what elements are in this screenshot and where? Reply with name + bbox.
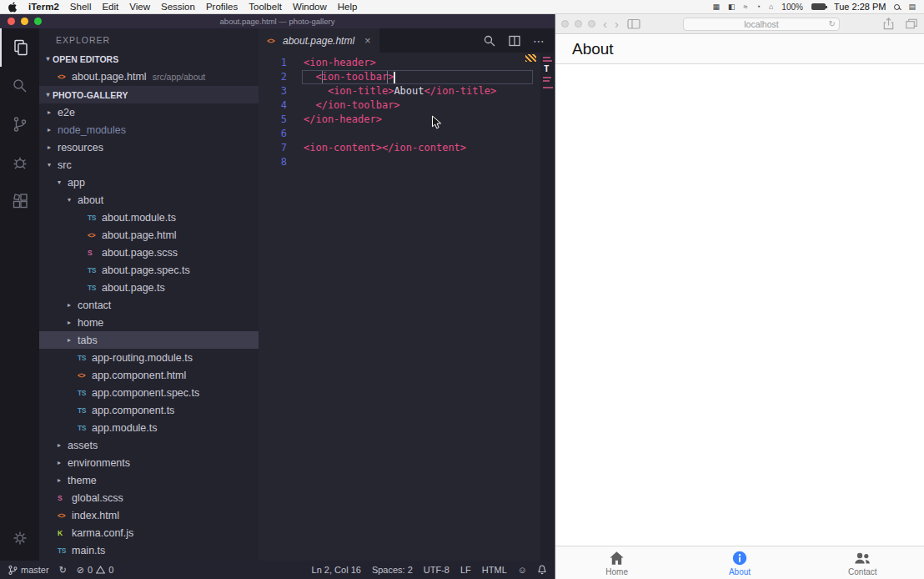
indentation-status[interactable]: Spaces: 2 <box>372 565 413 575</box>
tree-item-karma-conf-js[interactable]: Kkarma.conf.js <box>39 524 259 541</box>
minimize-window-button[interactable] <box>575 20 582 28</box>
notification-center-icon[interactable]: ▤ <box>908 3 916 11</box>
share-icon[interactable] <box>881 17 896 31</box>
code-editor[interactable]: 1<ion-header> 2 <ion-toolbar> 3 <ion-tit… <box>259 53 555 561</box>
files-icon <box>12 38 30 57</box>
feedback-smiley-icon[interactable]: ☺ <box>518 565 527 575</box>
menu-view[interactable]: View <box>129 2 150 12</box>
desktop: iTerm2 Shell Edit View Session Profiles … <box>0 0 924 579</box>
gear-icon <box>11 529 29 547</box>
tree-item-theme[interactable]: ▸theme <box>39 471 259 489</box>
settings-button[interactable] <box>0 519 39 557</box>
notifications-bell-icon[interactable] <box>538 565 546 575</box>
menu-help[interactable]: Help <box>338 2 358 12</box>
close-window-button[interactable] <box>561 20 569 28</box>
minimize-window-button[interactable] <box>21 18 28 25</box>
chevron-down-icon: ▾ <box>48 161 58 169</box>
tree-item-app-component-ts[interactable]: TSapp.component.ts <box>39 401 259 419</box>
tab-overview-icon[interactable] <box>904 17 918 31</box>
tree-item-tabs[interactable]: ▸tabs <box>39 331 259 349</box>
menu-shell[interactable]: Shell <box>70 2 92 12</box>
menu-session[interactable]: Session <box>161 2 195 12</box>
tree-item-about-page-scss[interactable]: Sabout.page.scss <box>39 244 259 261</box>
vscode-titlebar[interactable]: about.page.html — photo-gallery <box>0 14 555 28</box>
split-editor-icon[interactable] <box>508 34 521 48</box>
back-button[interactable]: ‹ <box>603 18 607 30</box>
reload-icon[interactable]: ↻ <box>829 19 836 28</box>
tree-item-assets[interactable]: ▸assets <box>39 436 259 454</box>
tree-item-node-modules[interactable]: ▸node_modules <box>39 121 259 138</box>
chevron-right-icon: ▸ <box>48 108 58 116</box>
git-branch-status[interactable]: master <box>8 565 49 576</box>
menu-toolbelt[interactable]: Toolbelt <box>249 2 282 12</box>
tab-home[interactable]: Home <box>555 546 678 579</box>
minimap[interactable]: T <box>540 53 555 561</box>
source-control-activity-button[interactable] <box>0 105 39 143</box>
tree-item-about-page-html[interactable]: <>about.page.html <box>39 226 259 244</box>
address-bar[interactable]: localhost ↻ <box>683 18 840 31</box>
zoom-window-button[interactable] <box>34 18 42 25</box>
tree-item-global-scss[interactable]: Sglobal.scss <box>39 489 259 506</box>
tree-item-about-module-ts[interactable]: TSabout.module.ts <box>39 209 259 226</box>
tree-item-about-page-ts[interactable]: TSabout.page.ts <box>39 279 259 296</box>
find-icon[interactable] <box>483 34 496 48</box>
sync-status[interactable]: ↻ <box>59 565 67 576</box>
close-window-button[interactable] <box>8 18 15 25</box>
explorer-activity-button[interactable] <box>0 28 39 67</box>
close-tab-icon[interactable]: × <box>364 34 371 47</box>
search-activity-button[interactable] <box>0 67 39 105</box>
status-icon[interactable]: ⌂ <box>769 3 773 11</box>
menu-edit[interactable]: Edit <box>102 2 118 12</box>
tree-item-app-component-html[interactable]: <>app.component.html <box>39 366 259 384</box>
more-actions-icon[interactable]: ⋯ <box>533 35 545 47</box>
tree-item-main-ts[interactable]: TSmain.ts <box>39 541 259 559</box>
tree-item-app-module-ts[interactable]: TSapp.module.ts <box>39 419 259 436</box>
status-icon[interactable]: ◔ <box>756 3 760 11</box>
text-cursor <box>394 72 395 83</box>
spotlight-icon[interactable] <box>894 4 900 10</box>
tree-item-contact[interactable]: ▸contact <box>39 296 259 314</box>
tree-item-e2e[interactable]: ▸e2e <box>39 103 259 121</box>
open-editors-section-header[interactable]: ▾ OPEN EDITORS <box>39 50 259 68</box>
apple-menu-icon[interactable] <box>8 2 18 13</box>
minimap-line <box>543 77 551 78</box>
tree-item-src[interactable]: ▾src <box>39 156 259 174</box>
problems-status[interactable]: ⊘ 0 0 <box>77 565 113 576</box>
menu-profiles[interactable]: Profiles <box>206 2 238 12</box>
tree-item-app-routing-module-ts[interactable]: TSapp-routing.module.ts <box>39 349 259 366</box>
extensions-activity-button[interactable] <box>0 182 39 220</box>
menu-window[interactable]: Window <box>293 2 327 12</box>
tree-item-app[interactable]: ▾app <box>39 174 259 191</box>
eol-status[interactable]: LF <box>460 565 471 575</box>
chevron-down-icon: ▾ <box>68 196 78 204</box>
open-editor-item[interactable]: <> about.page.html src/app/about <box>39 68 259 86</box>
status-icon[interactable]: ≈ <box>744 3 748 11</box>
tree-item-about-page-spec-ts[interactable]: TSabout.page.spec.ts <box>39 261 259 279</box>
battery-icon[interactable] <box>811 3 826 10</box>
cursor-position-status[interactable]: Ln 2, Col 16 <box>312 565 361 575</box>
safari-toolbar[interactable]: ‹ › localhost ↻ <box>555 14 924 34</box>
tree-item-environments[interactable]: ▸environments <box>39 454 259 471</box>
encoding-status[interactable]: UTF-8 <box>424 565 449 575</box>
tree-item-home[interactable]: ▸home <box>39 314 259 331</box>
menubar-app-name[interactable]: iTerm2 <box>28 2 59 12</box>
status-icon[interactable]: ▦ <box>712 3 720 11</box>
language-mode-status[interactable]: HTML <box>482 565 507 575</box>
tab-about[interactable]: About <box>678 546 801 579</box>
tab-about-page-html[interactable]: <> about.page.html × <box>259 28 379 53</box>
project-section-header[interactable]: ▾ PHOTO-GALLERY <box>39 86 259 103</box>
tab-contact[interactable]: Contact <box>801 546 924 579</box>
tree-item-about[interactable]: ▾about <box>39 191 259 209</box>
debug-activity-button[interactable] <box>0 143 39 182</box>
tree-item-app-component-spec-ts[interactable]: TSapp.component.spec.ts <box>39 384 259 401</box>
zoom-window-button[interactable] <box>588 20 595 28</box>
tree-item-index-html[interactable]: <>index.html <box>39 506 259 524</box>
chevron-down-icon: ▾ <box>43 91 53 98</box>
tree-item-resources[interactable]: ▸resources <box>39 138 259 156</box>
menubar-clock[interactable]: Tue 2:28 PM <box>834 2 886 12</box>
forward-button[interactable]: › <box>615 18 619 30</box>
html-file-icon: <> <box>88 231 102 239</box>
bug-icon <box>11 154 29 172</box>
status-icon[interactable]: ◧ <box>728 3 736 11</box>
sidebar-toggle-icon[interactable] <box>626 17 641 31</box>
